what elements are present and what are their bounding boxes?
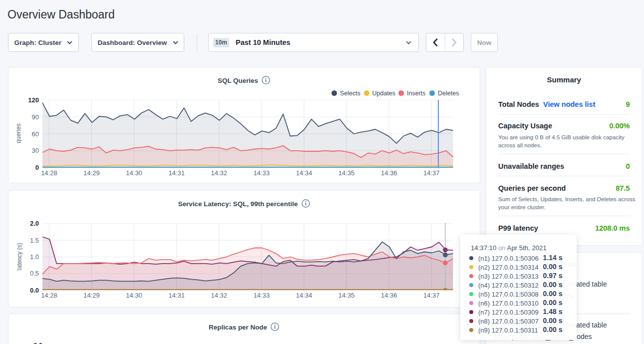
svg-text:14:29: 14:29 — [83, 169, 100, 176]
svg-text:14:35: 14:35 — [338, 169, 355, 176]
svg-text:14:36: 14:36 — [381, 292, 397, 299]
svg-text:120: 120 — [28, 96, 39, 103]
svg-text:0.5: 0.5 — [30, 270, 39, 277]
svg-text:14:34: 14:34 — [296, 169, 313, 176]
svg-text:60: 60 — [32, 130, 39, 137]
svg-text:30: 30 — [32, 147, 39, 154]
svg-text:14:34: 14:34 — [296, 292, 313, 299]
svg-text:1.0: 1.0 — [30, 253, 39, 261]
svg-text:14:33: 14:33 — [254, 169, 270, 176]
svg-text:14:37: 14:37 — [423, 292, 440, 299]
svg-text:14:28: 14:28 — [41, 292, 57, 299]
svg-text:90: 90 — [32, 113, 39, 120]
svg-text:14:30: 14:30 — [126, 292, 142, 299]
svg-text:14:32: 14:32 — [211, 169, 228, 176]
svg-text:2.0: 2.0 — [30, 220, 39, 227]
svg-text:14:36: 14:36 — [381, 169, 397, 176]
svg-text:14:35: 14:35 — [338, 292, 355, 299]
svg-text:14:33: 14:33 — [254, 292, 270, 299]
svg-text:14:28: 14:28 — [41, 169, 57, 176]
svg-text:14:31: 14:31 — [168, 292, 185, 299]
svg-text:0: 0 — [35, 164, 39, 171]
svg-text:14:29: 14:29 — [83, 292, 100, 299]
svg-text:14:32: 14:32 — [211, 292, 228, 299]
svg-text:14:30: 14:30 — [126, 169, 142, 176]
svg-text:0.0: 0.0 — [30, 287, 39, 294]
svg-text:14:31: 14:31 — [168, 169, 185, 176]
svg-text:14:37: 14:37 — [423, 169, 440, 176]
svg-text:1.5: 1.5 — [30, 237, 39, 244]
